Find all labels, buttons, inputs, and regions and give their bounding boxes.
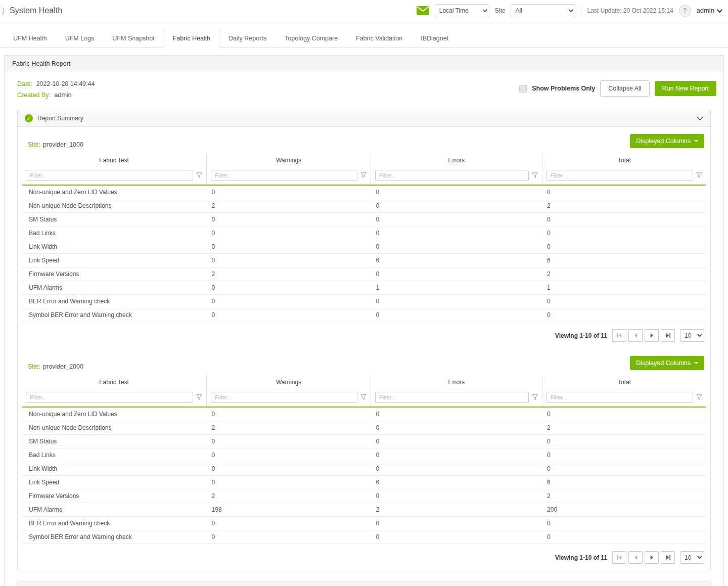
- filter-funnel-icon[interactable]: [196, 172, 202, 178]
- table-row[interactable]: Non-unique Node Descriptions202: [22, 199, 706, 213]
- tab-daily-reports[interactable]: Daily Reports: [219, 29, 276, 48]
- table-row[interactable]: BER Error and Warning check000: [22, 295, 706, 308]
- show-problems-checkbox[interactable]: [519, 85, 527, 93]
- prev-page-button[interactable]: [628, 329, 643, 342]
- last-page-button[interactable]: [661, 329, 675, 342]
- site-filter-select[interactable]: All: [511, 4, 575, 17]
- table-row[interactable]: Firmware Versions202: [22, 489, 706, 503]
- show-problems-label: Show Problems Only: [532, 85, 595, 92]
- filter-input[interactable]: [547, 170, 693, 181]
- table-row[interactable]: Non-unique and Zero LID Values000: [22, 185, 706, 199]
- success-check-icon: ✓: [25, 114, 33, 122]
- fabric-test-cell: Link Speed: [22, 254, 207, 267]
- filter-funnel-icon[interactable]: [696, 172, 702, 178]
- chevron-down-icon: [694, 362, 698, 366]
- filter-input[interactable]: [26, 170, 193, 181]
- filter-funnel-icon[interactable]: [360, 172, 367, 178]
- next-page-button[interactable]: [645, 329, 659, 342]
- filter-funnel-icon[interactable]: [196, 394, 202, 400]
- tab-ibdiagnet[interactable]: IBDiagnet: [412, 29, 458, 48]
- value-cell: 0: [207, 448, 371, 462]
- value-cell: 0: [371, 295, 542, 308]
- table-row[interactable]: SM Status000: [22, 213, 706, 227]
- viewing-text: Viewing 1-10 of 11: [555, 554, 607, 561]
- table-row[interactable]: Link Speed066: [22, 254, 706, 267]
- column-header-fabric-test[interactable]: Fabric Test: [22, 153, 207, 167]
- prev-page-button[interactable]: [628, 551, 643, 564]
- filter-funnel-icon[interactable]: [532, 172, 538, 178]
- first-page-button[interactable]: [612, 329, 626, 342]
- value-cell: 1: [542, 281, 706, 295]
- value-cell: 0: [542, 213, 706, 227]
- table-row[interactable]: UFM Alarms1982200: [22, 503, 706, 517]
- value-cell: 2: [207, 421, 371, 435]
- filter-input[interactable]: [211, 170, 357, 181]
- table-row[interactable]: SM Status000: [22, 435, 706, 448]
- fabric-summary-header[interactable]: ✓ Fabric Summary: [18, 582, 710, 586]
- page-size-select[interactable]: 10: [680, 551, 704, 564]
- filter-input[interactable]: [375, 392, 529, 403]
- timezone-select[interactable]: Local Time: [435, 4, 489, 17]
- value-cell: 0: [207, 308, 371, 322]
- table-row[interactable]: Link Width000: [22, 240, 706, 254]
- tab-ufm-logs[interactable]: UFM Logs: [56, 29, 104, 48]
- tab-topology-compare[interactable]: Topology Compare: [276, 29, 347, 48]
- chevron-down-icon[interactable]: [697, 116, 703, 121]
- column-header-total[interactable]: Total: [542, 153, 706, 167]
- sidebar-collapse-icon[interactable]: ): [2, 6, 5, 15]
- filter-funnel-icon[interactable]: [532, 394, 538, 400]
- help-icon[interactable]: ?: [679, 5, 691, 17]
- table-row[interactable]: Link Speed066: [22, 476, 706, 489]
- filter-input[interactable]: [375, 170, 529, 181]
- table-row[interactable]: Symbol BER Error and Warning check000: [22, 308, 706, 322]
- table-row[interactable]: Bad Links000: [22, 448, 706, 462]
- table-row[interactable]: Firmware Versions202: [22, 267, 706, 281]
- table-row[interactable]: Symbol BER Error and Warning check000: [22, 530, 706, 544]
- value-cell: 6: [371, 254, 542, 267]
- column-header-warnings[interactable]: Warnings: [207, 375, 371, 389]
- first-page-button[interactable]: [612, 551, 626, 564]
- table-row[interactable]: UFM Alarms011: [22, 281, 706, 295]
- column-header-errors[interactable]: Errors: [371, 375, 542, 389]
- table-row[interactable]: Bad Links000: [22, 227, 706, 240]
- filter-funnel-icon[interactable]: [360, 394, 367, 400]
- column-header-total[interactable]: Total: [542, 375, 706, 389]
- run-new-report-button[interactable]: Run New Report: [655, 81, 716, 96]
- table-row[interactable]: Link Width000: [22, 462, 706, 476]
- value-cell: 2: [207, 267, 371, 281]
- value-cell: 0: [371, 435, 542, 448]
- site-section-provider-1000: Site: provider_1000 Displayed Columns Fa…: [18, 127, 710, 349]
- filter-funnel-icon[interactable]: [696, 394, 702, 400]
- filter-input[interactable]: [211, 392, 357, 403]
- mail-icon[interactable]: [417, 6, 429, 15]
- collapse-all-button[interactable]: Collapse All: [600, 80, 649, 97]
- user-menu[interactable]: admin: [697, 7, 721, 14]
- report-summary-header[interactable]: ✓ Report Summary: [18, 110, 710, 127]
- tab-ufm-health[interactable]: UFM Health: [4, 29, 56, 48]
- value-cell: 0: [207, 240, 371, 254]
- table-row[interactable]: BER Error and Warning check000: [22, 517, 706, 530]
- page-size-select[interactable]: 10: [680, 329, 704, 342]
- displayed-columns-button[interactable]: Displayed Columns: [630, 356, 704, 370]
- value-cell: 0: [207, 281, 371, 295]
- site-name: provider_1000: [43, 141, 83, 148]
- value-cell: 0: [371, 240, 542, 254]
- tab-ufm-snapshot[interactable]: UFM Snapshot: [103, 29, 163, 48]
- chevron-down-icon: [694, 140, 698, 144]
- tab-fabric-health[interactable]: Fabric Health: [164, 29, 219, 48]
- tab-fabric-validation[interactable]: Fabric Validation: [347, 29, 412, 48]
- column-header-errors[interactable]: Errors: [371, 153, 542, 167]
- filter-input[interactable]: [26, 392, 193, 403]
- filter-input[interactable]: [547, 392, 693, 403]
- column-header-fabric-test[interactable]: Fabric Test: [22, 375, 207, 389]
- displayed-columns-button[interactable]: Displayed Columns: [630, 134, 704, 148]
- top-header: ) System Health Local Time Site All Last…: [0, 0, 728, 21]
- last-page-button[interactable]: [661, 551, 675, 564]
- value-cell: 1: [371, 281, 542, 295]
- fabric-test-cell: Symbol BER Error and Warning check: [22, 308, 207, 322]
- next-page-button[interactable]: [645, 551, 659, 564]
- table-row[interactable]: Non-unique and Zero LID Values000: [22, 407, 706, 421]
- table-row[interactable]: Non-unique Node Descriptions202: [22, 421, 706, 435]
- value-cell: 0: [542, 240, 706, 254]
- column-header-warnings[interactable]: Warnings: [207, 153, 371, 167]
